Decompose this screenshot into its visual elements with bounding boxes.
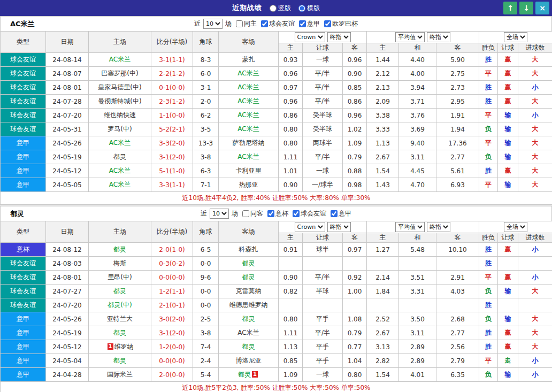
team-link[interactable]: 都灵 bbox=[242, 273, 255, 281]
filter-checkbox-意甲[interactable]: 意甲 bbox=[331, 209, 351, 218]
euro-home-odds: 1.44 bbox=[367, 53, 399, 67]
euro-source-select[interactable]: 平均值 bbox=[395, 32, 425, 42]
team-link[interactable]: AC米兰 bbox=[109, 167, 131, 174]
team-link[interactable]: AC米兰 bbox=[237, 83, 259, 91]
euro-home-odds: 1.54 bbox=[367, 368, 399, 382]
checkbox-input[interactable] bbox=[299, 20, 306, 27]
euro-time-select[interactable]: 终指 bbox=[427, 222, 450, 232]
checkbox-input[interactable] bbox=[331, 210, 338, 217]
asia-handicap-line bbox=[303, 257, 343, 271]
horizontal-layout-radio[interactable] bbox=[298, 5, 305, 12]
team-link[interactable]: 科森扎 bbox=[239, 245, 258, 253]
layout-radio-vertical[interactable]: 竖版 bbox=[270, 4, 291, 13]
home-team-cell: 国际米兰 bbox=[89, 368, 151, 382]
close-button[interactable]: × bbox=[535, 2, 549, 14]
asia-time-select[interactable]: 终指 bbox=[327, 32, 351, 42]
summary-line: 近10场,胜4平4负2, 胜率:40% 让胜率:50% 大率:80% 单率:30… bbox=[1, 192, 552, 205]
checkbox-input[interactable] bbox=[242, 210, 249, 217]
layout-radio-horizontal[interactable]: 横版 bbox=[298, 4, 320, 13]
euro-draw-odds: 3.51 bbox=[399, 271, 436, 285]
team-link[interactable]: 蒙扎 bbox=[242, 56, 255, 63]
filter-checkbox-同客[interactable]: 同客 bbox=[242, 209, 263, 218]
away-team-cell: AC米兰 bbox=[219, 67, 279, 81]
checkbox-input[interactable] bbox=[324, 20, 331, 27]
team-link[interactable]: 热那亚 bbox=[239, 181, 258, 188]
team-link[interactable]: 都灵(中) bbox=[108, 301, 132, 309]
team-link[interactable]: 博洛尼亚 bbox=[236, 357, 262, 364]
goals-result: 小 bbox=[518, 109, 552, 122]
team-link[interactable]: 维德思维罗纳 bbox=[229, 301, 268, 309]
match-result: 胜 bbox=[479, 326, 498, 340]
team-link[interactable]: 曼彻斯特城(中) bbox=[98, 97, 141, 105]
team-link[interactable]: 克雷莫纳 bbox=[236, 287, 262, 295]
scroll-down-button[interactable]: ↓ bbox=[519, 2, 533, 14]
team-link[interactable]: AC米兰 bbox=[237, 125, 259, 133]
checkbox-input[interactable] bbox=[261, 20, 268, 27]
title-bar: 近期战绩 竖版 横版 ↑ ↓ × bbox=[0, 0, 552, 16]
team-link[interactable]: AC米兰 bbox=[237, 70, 259, 77]
filter-checkbox-球会友谊[interactable]: 球会友谊 bbox=[293, 209, 326, 218]
match-row: 意甲24-05-19都灵3-1(2-0)3-8AC米兰1.11平/半0.792.… bbox=[1, 150, 552, 164]
checkbox-input[interactable] bbox=[267, 210, 274, 217]
filter-checkbox-球会友谊[interactable]: 球会友谊 bbox=[261, 19, 295, 28]
filter-checkbox-欧罗巴杯[interactable]: 欧罗巴杯 bbox=[324, 19, 358, 28]
team-link[interactable]: 国际米兰 bbox=[107, 371, 133, 378]
asia-home-odds: 0.96 bbox=[279, 95, 303, 109]
match-count-select[interactable]: 10 bbox=[203, 19, 223, 29]
team-link[interactable]: 都灵 bbox=[113, 357, 126, 364]
asia-source-select[interactable]: Crown bbox=[295, 222, 325, 232]
filter-checkbox-意杯[interactable]: 意杯 bbox=[267, 209, 288, 218]
scroll-up-button[interactable]: ↑ bbox=[503, 2, 517, 14]
checkbox-input[interactable] bbox=[236, 20, 243, 27]
team-link[interactable]: 都灵 bbox=[242, 259, 255, 267]
team-link[interactable]: 维罗纳 bbox=[114, 343, 134, 350]
team-link[interactable]: AC米兰 bbox=[109, 56, 131, 63]
team-link[interactable]: 都灵 bbox=[113, 329, 126, 336]
team-link[interactable]: 都灵 bbox=[242, 315, 255, 322]
euro-away-odds: 4.03 bbox=[436, 285, 479, 298]
team-section-1: AC米兰近10场同主球会友谊意甲欧罗巴杯类型日期主场比分(半场)角球客场Crow… bbox=[0, 16, 552, 205]
match-date: 24-07-20 bbox=[46, 109, 89, 122]
filter-checkbox-同主[interactable]: 同主 bbox=[236, 19, 257, 28]
filter-checkbox-意甲[interactable]: 意甲 bbox=[299, 19, 320, 28]
vertical-layout-radio[interactable] bbox=[270, 5, 277, 12]
match-date: 24-07-20 bbox=[46, 298, 89, 312]
team-link[interactable]: 梅斯 bbox=[113, 259, 126, 267]
team-link[interactable]: AC米兰 bbox=[237, 111, 259, 119]
team-link[interactable]: 亚特兰大 bbox=[107, 315, 133, 322]
asia-away-odds: 0.92 bbox=[343, 271, 367, 285]
team-link[interactable]: 罗马(中) bbox=[108, 125, 132, 133]
scope-select[interactable]: 全场 bbox=[504, 32, 527, 42]
team-link[interactable]: 都灵 bbox=[113, 153, 126, 160]
home-team-cell: 都灵 bbox=[89, 326, 151, 340]
euro-draw-odds: 3.76 bbox=[399, 109, 436, 122]
team-link[interactable]: 都灵 bbox=[113, 287, 126, 295]
asia-home-odds bbox=[279, 298, 303, 312]
team-link[interactable]: 维也纳快速 bbox=[104, 111, 136, 119]
team-link[interactable]: 都灵 bbox=[242, 343, 255, 350]
scope-select[interactable]: 全场 bbox=[504, 222, 527, 232]
team-link[interactable]: AC米兰 bbox=[109, 139, 131, 147]
euro-time-select[interactable]: 终指 bbox=[427, 32, 450, 42]
summary-row: 近10场,胜5平2负3, 胜率:50% 让胜率:50% 大率:50% 单率:50… bbox=[1, 382, 552, 392]
euro-home-odds: 1.54 bbox=[367, 164, 399, 178]
team-link[interactable]: AC米兰 bbox=[109, 181, 131, 188]
asia-handicap-line: 球半 bbox=[303, 243, 343, 257]
team-link[interactable]: 巴塞罗那(中) bbox=[101, 70, 138, 77]
team-link[interactable]: 都灵 bbox=[238, 371, 251, 378]
match-date: 24-05-19 bbox=[46, 150, 89, 164]
team-link[interactable]: 萨勒尼塔纳 bbox=[233, 139, 265, 147]
team-link[interactable]: 里昂(中) bbox=[108, 273, 132, 281]
team-link[interactable]: 都灵 bbox=[113, 245, 126, 253]
checkbox-input[interactable] bbox=[293, 210, 300, 217]
team-link[interactable]: 卡利亚里 bbox=[236, 167, 262, 174]
team-link[interactable]: AC米兰 bbox=[237, 97, 259, 105]
asia-source-select[interactable]: Crown bbox=[295, 32, 325, 42]
score-cell: 2-1(0-1) bbox=[151, 298, 193, 312]
team-link[interactable]: AC米兰 bbox=[237, 329, 259, 336]
asia-time-select[interactable]: 终指 bbox=[327, 222, 351, 232]
euro-source-select[interactable]: 平均值 bbox=[395, 222, 425, 232]
team-link[interactable]: AC米兰 bbox=[237, 153, 259, 160]
team-link[interactable]: 皇家马德里(中) bbox=[98, 83, 141, 91]
match-count-select[interactable]: 10 bbox=[210, 209, 229, 219]
